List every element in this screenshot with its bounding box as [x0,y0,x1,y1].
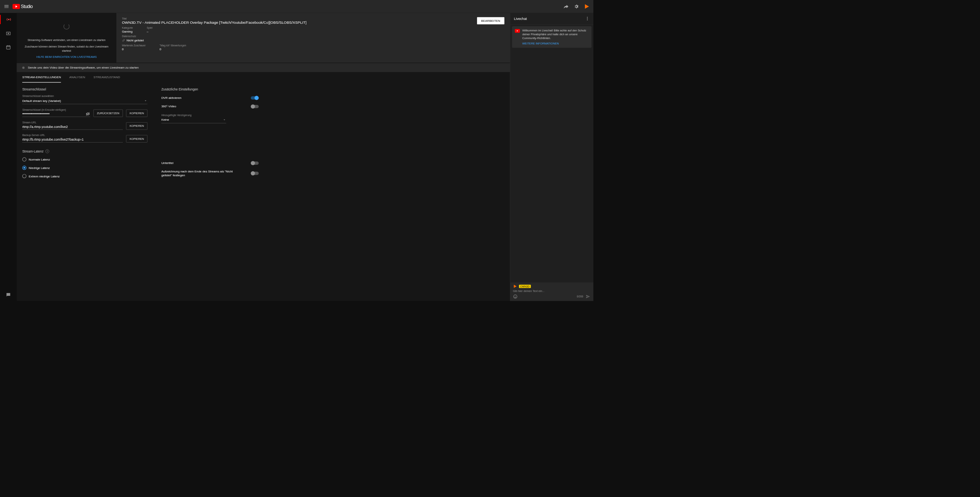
stream-status-bar: Sende uns dein Video über die Streamings… [17,63,510,72]
studio-label: Studio [21,4,33,9]
visibility-toggle-icon[interactable] [85,112,90,116]
game-value: – [147,30,152,33]
gear-icon[interactable] [573,4,579,10]
link-icon [122,39,125,42]
preview-hint-1: Streaming-Software verbinden, um einen L… [28,38,106,42]
copy-url-button[interactable]: KOPIEREN [126,122,147,130]
game-label: Spiel [147,26,152,29]
livechat-input[interactable]: Gib hier deinen Text ein... [513,289,591,292]
orange-play-icon[interactable] [584,3,590,10]
youtube-studio-logo[interactable]: Studio [13,4,33,9]
dvr-label: DVR aktivieren [161,96,181,100]
latency-normal-radio[interactable]: Normale Latenz [22,157,147,162]
loading-spinner-icon [64,23,70,30]
stream-key-label: Streamschlüssel (in Encoder einfügen) [22,108,90,111]
tab-analytics[interactable]: ANALYSEN [69,72,85,82]
youtube-play-icon [13,4,20,9]
waiting-label: Wartende Zuschauer [122,44,145,47]
edit-button[interactable]: BEARBEITEN [477,17,505,25]
stream-key-input[interactable] [22,111,85,117]
settings-tabs: STREAM-EINSTELLUNGEN ANALYSEN STREAMZUST… [17,72,510,82]
v360-label: 360°-Video [161,105,176,108]
help-icon[interactable]: ? [46,149,49,153]
livechat-welcome-text: Willkommen im Livechat! Bitte achte auf … [522,28,589,40]
livestream-help-link[interactable]: HILFE BEIM EINRICHTEN VON LIVESTREAMS [36,55,96,58]
send-icon[interactable] [585,294,590,299]
emoji-icon[interactable] [513,294,518,299]
svg-point-6 [587,20,588,20]
stream-preview-panel: Streaming-Software verbinden, um einen L… [17,13,116,63]
svg-point-5 [587,18,588,19]
backup-url-input[interactable] [22,137,123,143]
status-text: Sende uns dein Video über die Streamings… [28,66,139,69]
livechat-welcome-card: Willkommen im Livechat! Bitte achte auf … [512,26,592,48]
app-header: Studio [0,0,593,13]
share-icon[interactable] [563,4,569,10]
svg-rect-2 [7,46,10,49]
record-unlisted-toggle[interactable] [251,172,259,175]
delay-select[interactable]: Keine [161,116,226,123]
nav-manage[interactable] [0,43,17,52]
copy-key-button[interactable]: KOPIEREN [126,110,147,117]
nav-stream-now[interactable] [0,15,17,24]
livechat-title: Livechat [514,16,527,20]
livechat-input-area: OWN3D Gib hier deinen Text ein... 0/200 [510,282,593,301]
stream-key-select[interactable]: Default stream key (Variabel) [22,97,147,104]
chevron-down-icon [144,99,147,103]
left-navigation-rail [0,13,17,301]
tab-stream-settings[interactable]: STREAM-EINSTELLUNGEN [22,72,61,82]
latency-low-label: Niedrige Latenz [29,166,50,169]
feedback-icon[interactable] [6,292,11,298]
chevron-down-icon [222,118,226,122]
waiting-value: 0 [122,48,145,51]
svg-point-8 [514,296,515,296]
livechat-char-counter: 0/200 [577,295,583,298]
tab-stream-health[interactable]: STREAMZUSTAND [93,72,120,82]
status-indicator-icon [22,66,24,69]
main-content: Streaming-Software verbinden, um einen L… [17,13,510,301]
livechat-more-info-link[interactable]: WEITERE INFORMATIONEN [522,42,589,46]
stream-key-select-value: Default stream key (Variabel) [22,99,61,102]
category-value: Gaming [122,30,133,33]
extra-settings-title: Zusätzliche Einstellungen [161,87,258,91]
svg-point-7 [513,295,517,298]
stream-key-select-label: Streamschlüssel auswählen [22,95,147,97]
subs-toggle[interactable] [251,161,259,164]
svg-point-4 [587,17,588,18]
likes-value: 0 [160,48,186,51]
user-avatar-icon [513,284,517,289]
livechat-panel: Livechat Willkommen im Livechat! Bitte a… [510,13,593,301]
youtube-mini-icon [515,29,520,33]
latency-title: Stream-Latenz [22,149,44,153]
preview-hint-2: Zuschauer können deinen Stream finden, s… [21,44,112,53]
privacy-label: Datenschutz [122,35,472,38]
backup-url-label: Backup-Server-URL [22,134,123,136]
more-vert-icon[interactable] [585,16,590,21]
title-label: Titel [122,17,472,20]
svg-point-0 [8,19,10,20]
reset-key-button[interactable]: ZURÜCKSETZEN [93,110,123,117]
stream-url-label: Stream-URL [22,121,123,124]
svg-point-9 [516,296,516,296]
privacy-value: Nicht gelistet [127,39,144,42]
latency-low-radio[interactable]: Niedrige Latenz [22,166,147,170]
likes-label: "Mag ich"-Bewertungen [160,44,186,47]
latency-ultra-label: Extrem niedrige Latenz [29,174,60,178]
stream-meta-panel: Titel OWN3D.TV - Animated PLACEHOLDER Ov… [116,13,510,63]
latency-normal-label: Normale Latenz [29,157,50,161]
nav-webcam[interactable] [0,29,17,38]
delay-value: Keine [161,118,169,121]
stream-title: OWN3D.TV - Animated PLACEHOLDER Overlay … [122,20,472,25]
record-unlisted-label: Aufzeichnung nach dem Ende des Streams a… [161,170,240,177]
subs-label: Untertitel [161,161,173,165]
dvr-toggle[interactable] [251,96,259,99]
category-label: Kategorie [122,26,133,29]
v360-toggle[interactable] [251,105,259,108]
user-badge: OWN3D [519,285,531,288]
latency-ultra-radio[interactable]: Extrem niedrige Latenz [22,174,147,178]
hamburger-icon[interactable] [4,4,10,10]
stream-key-section-title: Streamschlüssel [22,87,147,91]
stream-url-input[interactable] [22,124,123,130]
copy-backup-button[interactable]: KOPIEREN [126,135,147,142]
svg-point-1 [8,33,9,34]
